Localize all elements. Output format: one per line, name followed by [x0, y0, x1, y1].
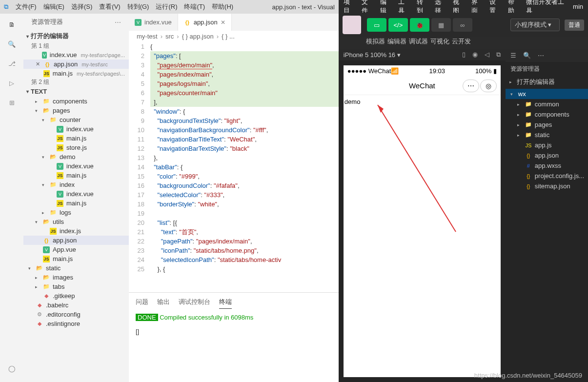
project-header[interactable]: ▾TEXT	[23, 86, 129, 97]
cloud-toggle[interactable]: ∞	[453, 18, 472, 32]
search-icon[interactable]: 🔍	[523, 52, 531, 59]
tree-item[interactable]: ▾📂demo	[23, 152, 129, 161]
tree-item[interactable]: JSindex.js	[23, 226, 129, 236]
panel-tab[interactable]: 输出	[157, 296, 170, 309]
menu-item[interactable]: 选择(S)	[71, 3, 92, 10]
tree-item[interactable]: ▾📂utils	[23, 217, 129, 226]
tree-item[interactable]: ◆.babelrc	[23, 301, 129, 310]
tree-item[interactable]: JSmain.js	[23, 199, 129, 208]
more-icon[interactable]: ⧉	[496, 51, 501, 59]
visual-toggle[interactable]: ▦	[431, 18, 451, 32]
capsule-menu[interactable]: ⋯	[463, 80, 479, 92]
done-badge: DONE	[136, 314, 158, 321]
tree-item[interactable]: {}project.config.js...	[506, 171, 588, 181]
avatar[interactable]	[343, 16, 361, 34]
menu-item[interactable]: 运行(R)	[156, 3, 177, 10]
mute-icon[interactable]: ◁	[485, 51, 489, 59]
tree-item[interactable]: ▾📂pages	[23, 106, 129, 115]
tree-item[interactable]: ▸📁components	[506, 109, 588, 120]
tree-item[interactable]: ▸📁static	[506, 130, 588, 140]
menu-item[interactable]: 编辑(E)	[43, 3, 64, 10]
source-control-icon[interactable]: ⎇	[5, 57, 19, 70]
list-icon[interactable]: ☰	[510, 52, 516, 59]
tree-item[interactable]: ▸📁tabs	[23, 282, 129, 291]
tree-item[interactable]: Vindex.vue	[23, 189, 129, 199]
open-editor-item[interactable]: Vindex.vuemy-test\src\page...	[23, 50, 129, 60]
open-editor-item[interactable]: ✕{}app.jsonmy-test\src	[23, 60, 129, 69]
simulator-toggle[interactable]: ▭	[367, 18, 386, 32]
breadcrumb-item[interactable]: { } app.json	[182, 33, 214, 40]
tree-item[interactable]: ◆.gitkeep	[23, 291, 129, 301]
vscode-window: ⧉ 文件(F)编辑(E)选择(S)查看(V)转到(G)运行(R)终端(T)帮助(…	[0, 0, 339, 382]
tree-item[interactable]: JSmain.js	[23, 171, 129, 180]
nav-bar: WeChat ⋯ ◎	[344, 77, 501, 95]
tree-item[interactable]: ▸📁logs	[23, 208, 129, 217]
more-icon[interactable]: ⋯	[115, 19, 121, 26]
more-icon[interactable]: ⋯	[538, 52, 544, 59]
tree-item[interactable]: Vindex.vue	[23, 124, 129, 134]
debugger-toggle[interactable]: 🐞	[410, 18, 429, 32]
menu-item[interactable]: 查看(V)	[99, 3, 120, 10]
tree-item[interactable]: {}sitemap.json	[506, 181, 588, 191]
tree-item[interactable]: Vindex.vue	[23, 161, 129, 171]
tree-item[interactable]: ▾📂static	[23, 263, 129, 273]
panel-tab[interactable]: 调试控制台	[179, 296, 210, 309]
editor-area: Vindex.vue{}app.json✕ my-test›src›{ } ap…	[129, 14, 339, 382]
tree-item[interactable]: JSapp.js	[506, 140, 588, 150]
run-debug-icon[interactable]: ▷	[5, 76, 19, 90]
open-editors-header[interactable]: ▸打开的编辑器	[506, 76, 588, 88]
editor-tab[interactable]: Vindex.vue	[129, 14, 178, 31]
tree-item[interactable]: JSmain.js	[23, 134, 129, 143]
terminal-output[interactable]: DONE Compiled successfully in 6098ms []	[129, 309, 339, 382]
compile-mode[interactable]: 普通	[565, 20, 584, 31]
tree-item[interactable]: ▸📁pages	[506, 120, 588, 130]
toolbar-label: 可视化	[430, 37, 450, 46]
tree-item[interactable]: {}app.json	[23, 236, 129, 245]
tree-item[interactable]: ▾wx	[506, 89, 588, 99]
close-icon[interactable]: ✕	[34, 61, 41, 68]
mode-select[interactable]: 小程序模式 ▾	[510, 19, 560, 31]
record-icon[interactable]: ◉	[472, 51, 478, 59]
panel-tabs: 问题输出调试控制台终端	[129, 293, 339, 309]
tree-item[interactable]: JSmain.js	[23, 254, 129, 263]
editor-tab[interactable]: {}app.json✕	[178, 14, 232, 31]
breadcrumb-item[interactable]: my-test	[137, 33, 158, 40]
menu-item[interactable]: min	[573, 3, 583, 10]
breadcrumb[interactable]: my-test›src›{ } app.json›{ } ...	[129, 31, 339, 42]
menu-item[interactable]: 终端(T)	[184, 3, 205, 10]
device-label[interactable]: iPhone 5 100% 16 ▾	[344, 51, 401, 59]
tree-item[interactable]: ◆.eslintignore	[23, 319, 129, 328]
tree-item[interactable]: {}app.json	[506, 150, 588, 161]
tree-item[interactable]: VApp.vue	[23, 245, 129, 254]
tree-item[interactable]: ▸📁components	[23, 97, 129, 106]
account-icon[interactable]: ◯	[5, 362, 19, 375]
device-icon[interactable]: ▯	[462, 51, 466, 59]
search-icon[interactable]: 🔍	[5, 37, 19, 51]
code-editor[interactable]: 1234567891011121314151617181920212223242…	[129, 42, 339, 292]
wechat-devtools: 项目文件编辑工具转到选择视图界面设置帮助微信开发者工具min ▭ </> 🐞 ▦…	[339, 0, 588, 382]
tree-item[interactable]: #app.wxss	[506, 161, 588, 171]
tree-item[interactable]: ▸📂images	[23, 273, 129, 282]
vscode-logo: ⧉	[4, 3, 8, 11]
tree-item[interactable]: ▸📁common	[506, 99, 588, 109]
capsule-close[interactable]: ◎	[480, 80, 497, 92]
tree-item[interactable]: JSstore.js	[23, 143, 129, 152]
toolbar-label: 调试器	[409, 37, 428, 46]
breadcrumb-item[interactable]: { } ...	[222, 33, 235, 40]
panel-tab[interactable]: 问题	[136, 296, 148, 309]
tree-item[interactable]: ▾📁counter	[23, 115, 129, 124]
close-icon[interactable]: ✕	[221, 19, 225, 26]
menu-item[interactable]: 转到(G)	[127, 3, 149, 10]
breadcrumb-item[interactable]: src	[165, 33, 174, 40]
extensions-icon[interactable]: ⊞	[5, 96, 19, 109]
phone-simulator[interactable]: ●●●●● WeChat📶 19:03 100% ▮ WeChat ⋯ ◎ de…	[344, 65, 501, 377]
tree-item[interactable]: ⚙.editorconfig	[23, 310, 129, 319]
editor-toggle[interactable]: </>	[388, 18, 408, 32]
panel-tab[interactable]: 终端	[219, 296, 232, 309]
open-editors-header[interactable]: ▾打开的编辑器	[23, 30, 129, 42]
open-editor-item[interactable]: JSmain.jsmy-test\src\pages\...	[23, 69, 129, 78]
menu-item[interactable]: 帮助(H)	[212, 3, 233, 10]
tree-item[interactable]: ▾📁index	[23, 180, 129, 189]
files-icon[interactable]: 🗎	[5, 18, 19, 31]
menu-item[interactable]: 文件(F)	[16, 3, 37, 10]
